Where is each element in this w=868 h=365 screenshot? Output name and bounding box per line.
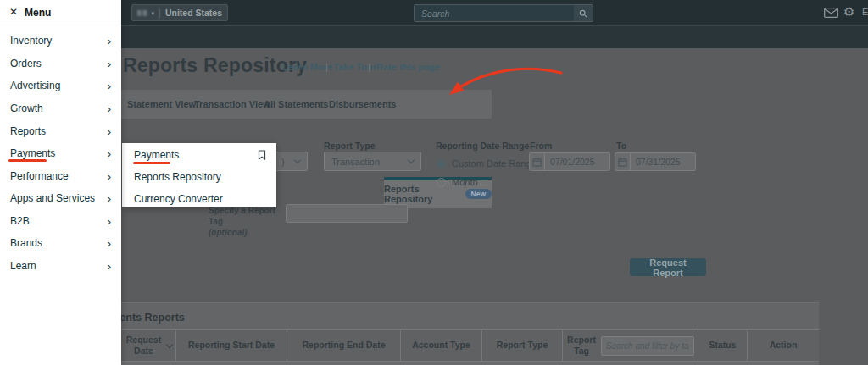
column-reporting-start-date: Reporting Start Date — [175, 330, 287, 361]
select-visible-text: ) — [281, 157, 285, 167]
divider: | — [159, 8, 161, 18]
chevron-down-icon: ▾ — [152, 10, 155, 16]
sidebar-item-performance[interactable]: Performance› — [0, 165, 121, 187]
sidebar-item-growth[interactable]: Growth› — [0, 97, 121, 119]
search-icon — [579, 8, 587, 19]
chevron-right-icon: › — [108, 215, 111, 228]
sidebar-item-orders[interactable]: Orders› — [0, 53, 121, 75]
submenu-item-reports-repository[interactable]: Reports Repository — [122, 167, 276, 187]
chevron-right-icon: › — [108, 260, 111, 273]
radio-label: Month — [452, 177, 478, 187]
from-label: From — [530, 141, 552, 151]
marketplace-selector[interactable]: ▾ | United States — [131, 4, 228, 21]
radio-custom-date-range[interactable]: Custom Date Range — [437, 158, 537, 169]
rate-this-page-link[interactable]: Rate this page — [376, 62, 440, 72]
column-status: Status — [698, 330, 747, 361]
column-request-date[interactable]: Request Date — [121, 330, 175, 361]
calendar-icon[interactable] — [530, 153, 545, 170]
radio-unselected-icon — [437, 178, 446, 187]
new-badge: New — [465, 189, 492, 199]
tab-transaction-view[interactable]: Transaction View — [194, 90, 270, 119]
search-input[interactable] — [415, 5, 574, 21]
tab-statement-view[interactable]: Statement View — [127, 90, 196, 119]
redacted-account-text — [137, 10, 147, 16]
from-date-value: 07/01/2025 — [545, 157, 595, 167]
submenu-item-currency-converter[interactable]: Currency Converter — [122, 189, 276, 209]
chevron-right-icon: › — [108, 170, 111, 183]
column-report-tag: Report Tag — [562, 330, 698, 361]
sidebar-item-learn[interactable]: Learn› — [0, 255, 121, 277]
messages-icon[interactable] — [824, 8, 838, 18]
link-separator: | — [368, 62, 370, 72]
tab-all-statements[interactable]: All Statements — [264, 90, 328, 119]
to-date-value: 07/31/2025 — [631, 157, 681, 167]
main-menu-panel: ✕ Menu Inventory› Orders› Advertising› G… — [0, 0, 121, 365]
payments-reports-card: Payments Reports Request Date Reporting … — [121, 302, 819, 365]
partial-right-edge-text: E — [862, 7, 868, 17]
from-date-field[interactable]: 07/01/2025 — [529, 152, 610, 171]
marketplace-label: United States — [165, 8, 222, 18]
chevron-right-icon: › — [108, 237, 111, 250]
chevron-right-icon: › — [108, 192, 111, 205]
tag-filter-input[interactable] — [601, 336, 694, 356]
settings-gear-icon[interactable]: ⚙ — [843, 4, 854, 19]
table-row — [121, 362, 819, 365]
chevron-right-icon: › — [108, 58, 111, 70]
sidebar-item-reports[interactable]: Reports› — [0, 120, 121, 142]
sidebar-item-advertising[interactable]: Advertising› — [0, 75, 121, 97]
to-date-field[interactable]: 07/31/2025 — [615, 152, 696, 171]
close-icon[interactable]: ✕ — [9, 6, 18, 18]
chevron-right-icon: › — [108, 80, 111, 92]
column-reporting-end-date: Reporting End Date — [287, 330, 400, 361]
chevron-right-icon: › — [108, 147, 111, 160]
page-title: Reports Repository — [123, 54, 307, 77]
chevron-right-icon: › — [108, 125, 111, 138]
radio-label: Custom Date Range — [452, 158, 537, 169]
radio-selected-icon — [437, 159, 446, 169]
sub-header-bar — [121, 26, 868, 48]
radio-month[interactable]: Month — [437, 177, 478, 187]
sort-chevron-icon — [166, 341, 173, 348]
tab-disbursements[interactable]: Disbursements — [329, 90, 396, 119]
app-window: ▾ | United States ⚙ E Reports Repository… — [0, 0, 868, 365]
sidebar-item-brands[interactable]: Brands› — [0, 232, 121, 254]
table-header-row: Request Date Reporting Start Date Report… — [121, 329, 819, 362]
report-type-select[interactable]: Transaction — [324, 152, 421, 171]
annotation-underline-sidebar-payments — [8, 159, 47, 162]
to-label: To — [616, 141, 626, 151]
payments-submenu: Payments Reports Repository Currency Con… — [122, 143, 276, 207]
request-report-button[interactable]: Request Report — [630, 258, 706, 276]
calendar-icon[interactable] — [615, 153, 631, 170]
bookmark-icon[interactable] — [258, 150, 266, 160]
annotation-underline-submenu-payments — [133, 162, 170, 164]
search-bar — [414, 4, 593, 22]
link-separator: | — [326, 62, 328, 72]
column-action: Action — [747, 330, 819, 361]
report-type-value: Transaction — [331, 157, 380, 167]
column-report-type: Report Type — [481, 330, 562, 361]
chevron-right-icon: › — [108, 35, 111, 47]
report-type-label: Report Type — [324, 141, 375, 151]
chevron-right-icon: › — [108, 102, 111, 115]
date-range-label: Reporting Date Range — [436, 141, 529, 151]
report-tag-label: Specify a Report Tag (optional) — [209, 205, 285, 238]
menu-title: Menu — [25, 7, 51, 19]
column-account-type: Account Type — [400, 330, 481, 361]
sidebar-item-apps-and-services[interactable]: Apps and Services› — [0, 187, 121, 209]
report-tag-input[interactable] — [286, 204, 408, 223]
sidebar-item-b2b[interactable]: B2B› — [0, 210, 121, 232]
top-nav-bar: ▾ | United States ⚙ E — [121, 0, 868, 26]
chevron-down-icon — [408, 157, 415, 163]
chevron-down-icon — [294, 157, 301, 163]
search-button[interactable] — [574, 5, 593, 21]
sidebar-item-inventory[interactable]: Inventory› — [0, 30, 121, 52]
tab-bar: Statement View Transaction View All Stat… — [121, 90, 492, 119]
divider — [0, 25, 121, 25]
